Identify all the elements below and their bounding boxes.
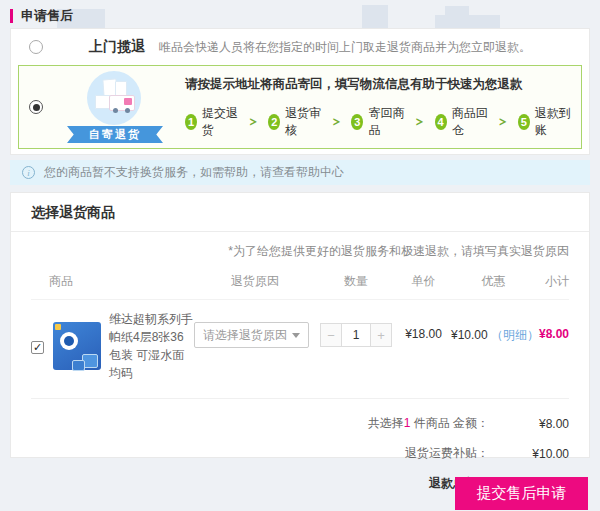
truck-wheel <box>113 108 118 113</box>
background-building-shape <box>435 15 500 28</box>
section-title: 选择退货商品 <box>11 193 589 232</box>
reason-placeholder: 请选择退货原因 <box>203 327 287 344</box>
submit-aftersales-button[interactable]: 提交售后申请 <box>455 477 588 510</box>
chevron-down-icon <box>292 333 300 338</box>
notice-text[interactable]: 您的商品暂不支持换货服务，如需帮助，请查看帮助中心 <box>44 164 344 181</box>
selected-amount-label: 共选择1 件商品 金额： <box>368 415 489 432</box>
product-brand-logo <box>60 332 78 350</box>
product-image-corner <box>55 324 61 330</box>
select-return-goods-card: 选择退货商品 *为了给您提供更好的退货服务和极速退款，请填写真实退货原因 商品 … <box>10 192 590 458</box>
step-return-review: 2 退货审核 <box>268 105 321 139</box>
info-icon: i <box>22 166 35 179</box>
step-arrow-icon: ＞ <box>247 111 259 131</box>
step-submit-return: 1 提交退货 <box>185 105 238 139</box>
page-title-text: 申请售后 <box>21 7 73 25</box>
step-number-badge: 5 <box>518 114 530 130</box>
badge-ribbon-label: 自寄退货 <box>89 127 141 142</box>
discount-cell: ¥10.00 （明细） <box>451 327 536 344</box>
return-reason-select[interactable]: 请选择退货原因 <box>194 322 309 348</box>
header-discount: 优惠 <box>451 273 536 290</box>
reason-hint-note: *为了给您提供更好的退货服务和极速退款，请填写真实退货原因 <box>11 232 589 260</box>
self-send-badge-icon: 自寄退货 <box>65 69 165 145</box>
option-pickup-label: 上门揽退 <box>89 38 145 56</box>
option-pickup-desc: 唯品会快递人员将在您指定的时间上门取走退货商品并为您立即退款。 <box>159 39 531 56</box>
product-row: ✓ 维达超韧系列手帕纸4层8张36包装 可湿水面 均码 请选择退货原因 − 1 <box>31 300 569 399</box>
qty-minus-button[interactable]: − <box>320 323 342 347</box>
step-arrow-icon: ＞ <box>497 111 509 131</box>
discount-value: ¥10.00 <box>451 328 488 342</box>
option-self-send-return[interactable]: 自寄退货 请按提示地址将商品寄回，填写物流信息有助于快速为您退款 1 提交退货 … <box>18 65 582 149</box>
return-steps: 1 提交退货 ＞ 2 退货审核 ＞ 3 寄回商品 ＞ 4 <box>185 105 571 139</box>
product-name[interactable]: 维达超韧系列手帕纸4层8张36包装 可湿水面 均码 <box>109 310 194 382</box>
step-arrow-icon: ＞ <box>330 111 342 131</box>
qty-plus-button[interactable]: + <box>370 323 392 347</box>
self-send-desc: 请按提示地址将商品寄回，填写物流信息有助于快速为您退款 <box>185 76 571 93</box>
quantity-stepper: − 1 + <box>316 323 396 347</box>
step-number-badge: 1 <box>185 114 197 130</box>
shipping-subsidy-label: 退货运费补贴： <box>405 445 489 462</box>
radio-self-send-return[interactable] <box>29 100 43 114</box>
selected-amount-value: ¥8.00 <box>489 417 569 431</box>
product-image <box>53 322 101 370</box>
background-building-shape <box>445 6 469 15</box>
header-subtotal: 小计 <box>536 273 569 290</box>
step-number-badge: 2 <box>268 114 280 130</box>
return-method-card: 上门揽退 唯品会快递人员将在您指定的时间上门取走退货商品并为您立即退款。 自 <box>10 28 590 155</box>
background-building-shape <box>362 5 388 28</box>
reason-cell: 请选择退货原因 <box>194 310 316 348</box>
self-send-content: 请按提示地址将商品寄回，填写物流信息有助于快速为您退款 1 提交退货 ＞ 2 退… <box>185 76 571 139</box>
step-refund-arrives: 5 退款到账 <box>518 105 571 139</box>
badge-circle <box>87 71 141 125</box>
radio-pickup-return[interactable] <box>29 40 43 54</box>
unit-price-value: ¥18.00 <box>396 327 451 341</box>
step-number-badge: 3 <box>351 114 363 130</box>
truck-window <box>124 98 132 105</box>
table-header-row: 商品 退货原因 数量 单价 优惠 小计 <box>31 260 569 300</box>
header-unit-price: 单价 <box>396 273 451 290</box>
header-qty: 数量 <box>316 273 396 290</box>
exchange-notice-bar: i 您的商品暂不支持换货服务，如需帮助，请查看帮助中心 <box>10 160 590 185</box>
header-reason: 退货原因 <box>194 273 316 290</box>
product-checkbox[interactable]: ✓ <box>31 341 44 354</box>
product-cell: ✓ 维达超韧系列手帕纸4层8张36包装 可湿水面 均码 <box>31 310 194 382</box>
selected-amount-row: 共选择1 件商品 金额： ¥8.00 <box>31 415 569 432</box>
return-application-page: 申请售后 上门揽退 唯品会快递人员将在您指定的时间上门取走退货商品并为您立即退款… <box>0 0 600 511</box>
header-product: 商品 <box>31 273 194 290</box>
step-goods-to-warehouse: 4 商品回仓 <box>435 105 488 139</box>
page-title: 申请售后 <box>10 7 73 25</box>
shipping-subsidy-row: 退货运费补贴： ¥10.00 <box>31 445 569 462</box>
tissue-pack <box>72 360 85 371</box>
step-arrow-icon: ＞ <box>414 111 426 131</box>
title-accent-bar <box>10 9 13 23</box>
step-number-badge: 4 <box>435 114 447 130</box>
truck-wheel <box>125 108 130 113</box>
shipping-subsidy-value: ¥10.00 <box>489 447 569 461</box>
subtotal-value: ¥8.00 <box>536 327 569 341</box>
option-pickup-return[interactable]: 上门揽退 唯品会快递人员将在您指定的时间上门取走退货商品并为您立即退款。 <box>11 29 589 65</box>
badge-ribbon: 自寄退货 <box>67 126 163 143</box>
truck-icon <box>109 95 135 111</box>
discount-detail-link[interactable]: （明细） <box>491 328 539 342</box>
qty-value[interactable]: 1 <box>342 323 370 347</box>
step-send-back: 3 寄回商品 <box>351 105 404 139</box>
